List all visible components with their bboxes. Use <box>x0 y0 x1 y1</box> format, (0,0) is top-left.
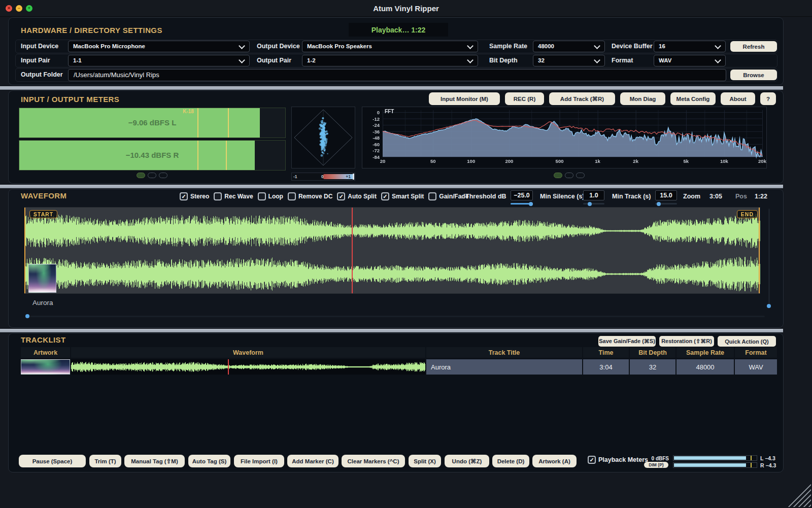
row-waveform-cell[interactable] <box>71 359 425 375</box>
meter-right-readout: −10.43 dBFS R <box>19 151 285 159</box>
auto-tag-button[interactable]: Auto Tag (S) <box>188 455 230 467</box>
refresh-button[interactable]: Refresh <box>730 41 777 52</box>
output-folder-input[interactable]: /Users/atum/Music/Vinyl Rips <box>68 69 726 81</box>
fft-mode-indicators <box>554 173 585 178</box>
start-badge[interactable]: START <box>29 210 57 218</box>
undo-button[interactable]: Undo (⌘Z) <box>445 455 489 467</box>
browse-button[interactable]: Browse <box>730 70 777 80</box>
output-device-label: Output Device <box>257 43 300 50</box>
row-sample-rate[interactable]: 48000 <box>676 359 734 375</box>
horizontal-scroll-track[interactable] <box>25 316 765 317</box>
checkbox-rec-wave[interactable]: ✓Rec Wave <box>214 192 253 200</box>
restoration-button[interactable]: Restoration (⇧⌘R) <box>659 336 714 347</box>
indicator-pill[interactable] <box>576 173 585 178</box>
indicator-pill[interactable] <box>565 173 573 178</box>
threshold-slider[interactable] <box>511 203 533 205</box>
end-badge[interactable]: END <box>737 210 758 218</box>
file-import-button[interactable]: File Import (I) <box>234 455 284 467</box>
output-device-select[interactable]: MacBook Pro Speakers <box>302 41 478 52</box>
checkbox-smart-split[interactable]: ✓Smart Split <box>381 192 424 200</box>
row-bit-depth[interactable]: 32 <box>630 359 675 375</box>
title-bar: ✕ − + Atum Vinyl Ripper <box>0 0 812 17</box>
delete-button[interactable]: Delete (D) <box>492 455 529 467</box>
bit-depth-select[interactable]: 32 <box>533 55 605 66</box>
device-buffer-select[interactable]: 16 <box>654 41 726 52</box>
end-marker-line[interactable] <box>759 208 760 293</box>
indicator-pill[interactable] <box>159 173 167 178</box>
album-artwork-thumbnail[interactable] <box>28 264 56 293</box>
checkbox-box: ✓ <box>337 192 345 200</box>
about-button[interactable]: About <box>721 92 755 105</box>
indicator-pill-active[interactable] <box>137 173 145 178</box>
table-row[interactable]: Aurora 3:04 32 48000 WAV <box>21 359 777 375</box>
min-silence-input[interactable]: 1.0 <box>583 190 604 200</box>
splitter-handle[interactable] <box>0 86 783 90</box>
checkbox-gain-fade[interactable]: ✓Gain/Fade <box>428 192 468 200</box>
column-header-waveform: Waveform <box>71 347 425 358</box>
row-time[interactable]: 3:04 <box>583 359 629 375</box>
device-buffer-label: Device Buffer <box>612 43 653 50</box>
mon-diag-button[interactable]: Mon Diag <box>620 92 665 105</box>
waveform-title: WAVEFORM <box>21 191 66 200</box>
threshold-input[interactable]: −25.0 <box>511 190 533 200</box>
fft-x-tick: 20k <box>758 158 766 164</box>
input-monitor-button[interactable]: Input Monitor (M) <box>429 92 500 105</box>
dim-button[interactable]: DIM (P) <box>644 462 668 468</box>
pos-value: 1:22 <box>755 193 767 200</box>
meta-config-button[interactable]: Meta Config <box>670 92 716 105</box>
pause-button[interactable]: Pause (Space) <box>19 455 86 467</box>
input-device-select[interactable]: MacBook Pro Microphone <box>68 41 250 52</box>
corr-max-label: +1 <box>346 174 351 179</box>
column-header-sample-rate: Sample Rate <box>676 347 734 358</box>
chevron-down-icon <box>715 57 721 63</box>
waveform-canvas[interactable] <box>24 208 760 294</box>
start-marker-line[interactable] <box>24 208 25 293</box>
column-header-time: Time <box>583 347 629 358</box>
waveform-panel: WAVEFORM ✓Stereo ✓Rec Wave ✓Loop ✓Remove… <box>8 189 784 328</box>
splitter-handle[interactable] <box>0 329 783 332</box>
horizontal-scroll-handle[interactable] <box>25 314 29 318</box>
add-track-button[interactable]: Add Track (⌘R) <box>549 92 615 105</box>
help-button[interactable]: ? <box>760 92 776 105</box>
waveform-editor[interactable]: START END <box>24 207 760 294</box>
split-button[interactable]: Split (X) <box>409 455 441 467</box>
playback-meter-left <box>673 455 757 461</box>
indicator-pill[interactable] <box>148 173 156 178</box>
playback-level-left: L −4.3 <box>760 455 775 461</box>
fft-y-tick: -60 <box>365 142 380 147</box>
checkbox-stereo[interactable]: ✓Stereo <box>180 192 209 200</box>
vertical-scroll-handle[interactable] <box>767 304 771 308</box>
fft-y-tick: -12 <box>365 116 380 122</box>
min-silence-slider[interactable] <box>583 203 604 205</box>
quick-action-button[interactable]: Quick Action (Q) <box>718 336 776 347</box>
rec-button[interactable]: REC (R) <box>505 92 544 105</box>
hardware-panel: HARDWARE / DIRECTORY SETTINGS Playback… … <box>8 17 784 85</box>
row-format[interactable]: WAV <box>735 359 777 375</box>
min-track-slider[interactable] <box>655 203 677 205</box>
checkbox-loop[interactable]: ✓Loop <box>258 192 283 200</box>
column-header-track-title: Track Title <box>426 347 582 358</box>
row-track-title[interactable]: Aurora <box>426 359 582 375</box>
fft-x-tick: 2k <box>633 158 638 164</box>
input-pair-select[interactable]: 1-1 <box>68 55 250 66</box>
column-header-bit-depth: Bit Depth <box>630 347 675 358</box>
row-artwork-cell[interactable] <box>21 359 70 375</box>
min-track-input[interactable]: 15.0 <box>655 190 677 200</box>
output-pair-select[interactable]: 1-2 <box>302 55 478 66</box>
format-select[interactable]: WAV <box>654 55 726 66</box>
checkbox-auto-split[interactable]: ✓Auto Split <box>337 192 377 200</box>
window-resize-grip[interactable] <box>788 484 811 507</box>
artwork-button[interactable]: Artwork (A) <box>532 455 577 467</box>
trim-button[interactable]: Trim (T) <box>89 455 121 467</box>
manual-tag-button[interactable]: Manual Tag (⇧M) <box>124 455 185 467</box>
indicator-pill-active[interactable] <box>554 173 562 178</box>
vertical-scroll-track[interactable] <box>768 209 770 306</box>
splitter-handle[interactable] <box>0 185 783 188</box>
add-marker-button[interactable]: Add Marker (C) <box>287 455 339 467</box>
sample-rate-select[interactable]: 48000 <box>533 41 605 52</box>
save-gain-fade-button[interactable]: Save Gain/Fade (⌘S) <box>598 336 656 347</box>
checkbox-remove-dc[interactable]: ✓Remove DC <box>288 192 332 200</box>
playhead[interactable] <box>352 208 353 293</box>
clear-markers-button[interactable]: Clear Markers (^C) <box>342 455 405 467</box>
checkbox-label: Loop <box>268 193 283 200</box>
